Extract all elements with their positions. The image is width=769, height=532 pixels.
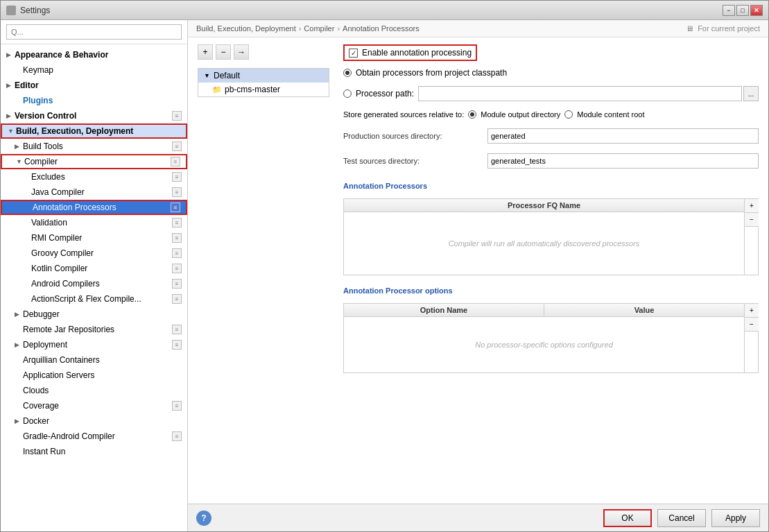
sidebar-item-arquillian[interactable]: Arquillian Containers [1, 352, 187, 368]
obtain-radio[interactable] [343, 69, 352, 77]
badge-icon: ≡ [172, 218, 182, 228]
breadcrumb-part3: Annotation Processors [343, 24, 420, 33]
badge-icon: ≡ [172, 431, 182, 441]
sidebar-item-app-servers[interactable]: Application Servers [1, 368, 187, 383]
processor-path-input[interactable] [418, 86, 742, 101]
arrow-icon: ▶ [6, 112, 15, 119]
sidebar-item-android-compilers[interactable]: Android Compilers ≡ [1, 276, 187, 291]
path-input-group: ... [418, 86, 759, 101]
badge-icon: ≡ [172, 340, 182, 350]
sidebar-item-appearance[interactable]: ▶ Appearance & Behavior [1, 47, 187, 62]
arrow-icon: ▶ [15, 143, 23, 150]
annotation-processors-table: Processor FQ Name Compiler will run all … [343, 198, 745, 275]
sidebar-item-validation[interactable]: Validation ≡ [1, 215, 187, 230]
options-body: No processor-specific options configured [344, 317, 744, 372]
sidebar-item-groovy-compiler[interactable]: Groovy Compiler ≡ [1, 246, 187, 261]
profile-tree: ▼ Default 📁 pb-cms-master [198, 68, 329, 97]
sidebar-item-kotlin-compiler[interactable]: Kotlin Compiler ≡ [1, 261, 187, 276]
annotation-options-table: Option Name Value No processor-specific … [343, 303, 745, 373]
prod-sources-label: Production sources directory: [343, 132, 482, 140]
nav-button[interactable]: → [234, 44, 249, 60]
add-processor-button[interactable]: + [745, 199, 759, 213]
remove-processor-button[interactable]: − [745, 213, 759, 227]
title-bar-controls[interactable]: − □ ✕ [723, 5, 763, 16]
enable-row: Enable annotation processing [343, 44, 477, 61]
sidebar-item-compiler[interactable]: ▼ Compiler ≡ [1, 154, 187, 169]
sidebar-item-plugins[interactable]: Plugins [1, 93, 187, 108]
processor-path-label: Processor path: [356, 89, 414, 98]
add-button[interactable]: + [198, 44, 213, 60]
close-button[interactable]: ✕ [750, 5, 763, 16]
annotation-processors-body: Compiler will run all automatically disc… [344, 212, 744, 275]
test-sources-input[interactable] [487, 153, 759, 169]
browse-button[interactable]: ... [743, 86, 759, 101]
sidebar-item-build-tools[interactable]: ▶ Build Tools ≡ [1, 139, 187, 154]
prod-sources-row: Production sources directory: [343, 128, 759, 144]
content-layout: + − → ▼ Default 📁 pb-cms-master [198, 44, 759, 497]
test-sources-row: Test sources directory: [343, 153, 759, 169]
sidebar-item-build-execution[interactable]: ▼ Build, Execution, Deployment [1, 123, 187, 139]
badge-icon: ≡ [172, 141, 182, 151]
help-button[interactable]: ? [196, 510, 211, 526]
search-bar [1, 20, 187, 44]
arrow-icon: ▼ [8, 128, 16, 135]
default-profile[interactable]: ▼ Default [198, 69, 329, 83]
breadcrumb-part2: Compiler [304, 24, 334, 33]
remove-option-button[interactable]: − [745, 318, 759, 332]
sidebar-item-rmi-compiler[interactable]: RMI Compiler ≡ [1, 230, 187, 246]
sidebar-item-version-control[interactable]: ▶ Version Control ≡ [1, 108, 187, 123]
prod-sources-input[interactable] [487, 128, 759, 144]
annotation-processors-title: Annotation Processors [343, 182, 759, 190]
project-icon: 🖥 [686, 24, 693, 33]
add-option-button[interactable]: + [745, 304, 759, 318]
badge-icon: ≡ [172, 279, 182, 289]
arrow-icon: ▶ [6, 82, 15, 89]
annotation-processors-empty: Compiler will run all automatically disc… [449, 239, 640, 248]
processor-path-radio[interactable] [343, 89, 352, 98]
badge-icon: ≡ [172, 233, 182, 243]
search-input[interactable] [6, 24, 182, 40]
annotation-processors-table-group: Processor FQ Name Compiler will run all … [343, 198, 759, 275]
arrow-icon: ▼ [16, 158, 24, 165]
sidebar-item-docker[interactable]: ▶ Docker [1, 413, 187, 429]
badge-icon: ≡ [172, 401, 182, 411]
badge-icon: ≡ [172, 248, 182, 258]
module-content-radio[interactable] [564, 110, 573, 119]
option-name-header: Option Name [344, 304, 544, 317]
sidebar-item-java-compiler[interactable]: Java Compiler ≡ [1, 185, 187, 200]
minimize-button[interactable]: − [723, 5, 735, 16]
sidebar-item-remote-jar[interactable]: Remote Jar Repositories ≡ [1, 322, 187, 337]
sidebar-item-editor[interactable]: ▶ Editor [1, 78, 187, 93]
sidebar-item-excludes[interactable]: Excludes ≡ [1, 169, 187, 185]
badge-icon: ≡ [172, 111, 182, 121]
value-header: Value [544, 304, 744, 317]
annotation-options-title: Annotation Processor options [343, 286, 759, 295]
module-output-radio[interactable] [468, 110, 476, 119]
maximize-button[interactable]: □ [736, 5, 749, 16]
title-bar: Settings − □ ✕ [1, 1, 768, 20]
badge-icon: ≡ [172, 325, 182, 334]
main-content: ▶ Appearance & Behavior Keymap ▶ Editor … [1, 20, 768, 531]
apply-button[interactable]: Apply [711, 509, 760, 527]
sidebar-item-annotation-processors[interactable]: Annotation Processors ≡ [1, 200, 187, 215]
sidebar-item-instant-run[interactable]: Instant Run [1, 444, 187, 459]
folder-icon: 📁 [212, 85, 222, 94]
options-side-btns: + − [745, 303, 759, 373]
enable-checkbox[interactable] [349, 49, 358, 58]
project-item[interactable]: 📁 pb-cms-master [198, 83, 329, 96]
sidebar-item-deployment[interactable]: ▶ Deployment ≡ [1, 337, 187, 352]
ok-button[interactable]: OK [603, 509, 652, 527]
sidebar-item-keymap[interactable]: Keymap [1, 62, 187, 78]
badge-icon: ≡ [172, 187, 182, 197]
right-settings: Enable annotation processing Obtain proc… [343, 44, 759, 497]
cancel-button[interactable]: Cancel [657, 509, 706, 527]
sidebar-item-debugger[interactable]: ▶ Debugger [1, 307, 187, 322]
sidebar-item-coverage[interactable]: Coverage ≡ [1, 398, 187, 413]
badge-icon: ≡ [172, 294, 182, 304]
sidebar-item-actionscript[interactable]: ActionScript & Flex Compile... ≡ [1, 291, 187, 307]
sidebar-item-gradle-android[interactable]: Gradle-Android Compiler ≡ [1, 429, 187, 444]
arrow-icon: ▶ [15, 311, 23, 318]
left-section: + − → ▼ Default 📁 pb-cms-master [198, 44, 336, 497]
remove-button[interactable]: − [216, 44, 231, 60]
sidebar-item-clouds[interactable]: Clouds [1, 383, 187, 398]
